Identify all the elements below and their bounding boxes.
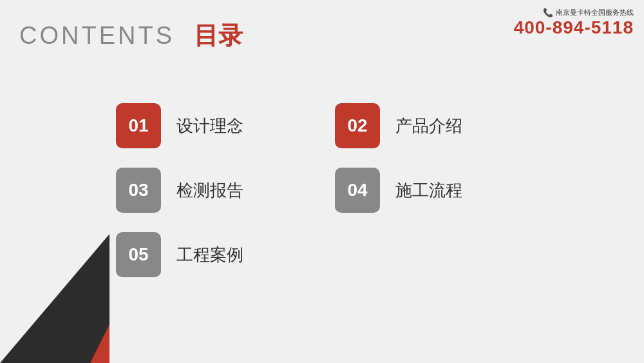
service-text: 南京曼卡特全国服务热线 <box>556 8 634 17</box>
menu-number-box-04: 04 <box>335 168 380 213</box>
menu-item-01[interactable]: 01设计理念 <box>116 103 335 148</box>
triangle-red-decoration <box>90 324 109 363</box>
branding-area: 📞 南京曼卡特全国服务热线 400-894-5118 <box>514 8 634 37</box>
menu-number-box-01: 01 <box>116 103 161 148</box>
menu-item-label-03: 检测报告 <box>176 179 243 202</box>
menu-number-box-02: 02 <box>335 103 380 148</box>
menu-item-label-01: 设计理念 <box>176 115 243 137</box>
service-text-row: 📞 南京曼卡特全国服务热线 <box>514 8 634 17</box>
menu-item-04[interactable]: 04施工流程 <box>335 168 554 213</box>
menu-item-label-05: 工程案例 <box>176 244 243 266</box>
menu-item-label-04: 施工流程 <box>395 179 462 202</box>
phone-icon: 📞 <box>543 8 553 17</box>
menu-number-box-03: 03 <box>116 168 161 213</box>
menu-number-box-05: 05 <box>116 232 161 277</box>
menu-item-label-02: 产品介绍 <box>395 115 462 137</box>
contents-label: CONTENTS <box>19 22 175 50</box>
phone-number: 400-894-5118 <box>514 19 634 37</box>
menu-item-05[interactable]: 05工程案例 <box>116 232 335 277</box>
mulu-label: 目录 <box>194 19 243 52</box>
menu-item-02[interactable]: 02产品介绍 <box>335 103 554 148</box>
menu-item-03[interactable]: 03检测报告 <box>116 168 335 213</box>
menu-grid: 01设计理念02产品介绍03检测报告04施工流程05工程案例 <box>116 103 554 277</box>
page-header: CONTENTS 目录 <box>19 19 243 52</box>
